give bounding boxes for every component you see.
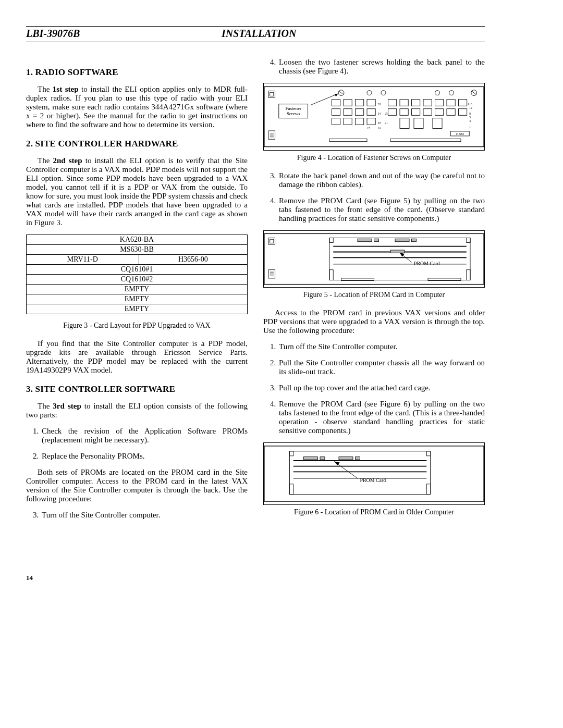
figure6-caption: Figure 6 - Location of PROM Card in Olde…	[263, 508, 485, 516]
list-item: Remove the PROM Card (see Figure 6) by p…	[278, 400, 485, 435]
svg-rect-27	[423, 100, 432, 106]
para-pdp-upgrade: If you find that the Site Controller com…	[26, 339, 248, 375]
svg-rect-2	[270, 92, 274, 96]
svg-rect-45	[367, 118, 375, 125]
svg-rect-84	[374, 239, 379, 241]
svg-text:13: 13	[469, 103, 472, 106]
table-row: EMPTY	[27, 304, 248, 314]
svg-text:21: 21	[385, 121, 388, 125]
svg-rect-75	[329, 270, 333, 280]
table-cell: H3656-00	[139, 255, 247, 265]
svg-rect-105	[339, 457, 353, 460]
svg-rect-43	[344, 118, 352, 125]
para-prom-access: Both sets of PROMs are located on the PR…	[26, 468, 248, 503]
table-row: KA620-BA	[27, 235, 248, 245]
svg-rect-29	[447, 100, 455, 106]
list-item: Pull up the top cover and the attached c…	[278, 384, 485, 392]
svg-rect-35	[388, 109, 397, 116]
svg-rect-78	[467, 238, 470, 243]
table-row: CQ1610#1	[27, 265, 248, 275]
svg-text:PROM Card: PROM Card	[414, 261, 440, 266]
list-item: Rotate the back panel down and out of th…	[278, 171, 485, 189]
list-item: Turn off the Site Controller computer.	[278, 342, 485, 351]
svg-rect-77	[329, 238, 333, 243]
right-column: Loosen the two fastener screws holding t…	[263, 58, 485, 527]
page-title: INSTALLATION	[222, 28, 296, 40]
svg-rect-22	[356, 100, 364, 106]
page-number: 14	[26, 574, 485, 582]
svg-text:5: 5	[469, 116, 471, 119]
list-item: Replace the Personality PROMs.	[41, 452, 248, 461]
list-two-parts: Check the revision of the Application So…	[38, 427, 248, 461]
svg-rect-44	[356, 118, 364, 125]
list-item: Check the revision of the Application So…	[41, 427, 248, 445]
svg-rect-63	[329, 139, 367, 141]
svg-text:Fastener: Fastener	[285, 106, 301, 111]
svg-rect-30	[459, 100, 467, 106]
table-row: EMPTY	[27, 294, 248, 304]
svg-text:PROM Card: PROM Card	[360, 477, 386, 483]
heading-sc-hardware: 2. SITE CONTROLLER HARDWARE	[26, 139, 248, 149]
svg-rect-74	[329, 238, 470, 280]
para-3rd-step: The 3rd step to install the ELI option c…	[26, 402, 248, 419]
figure3-caption: Figure 3 - Card Layout for PDP Upgraded …	[26, 322, 248, 330]
rule-under	[26, 42, 485, 42]
svg-rect-42	[332, 118, 340, 125]
figure6-diagram: PROM Card	[263, 442, 485, 505]
svg-rect-106	[356, 457, 360, 460]
svg-rect-48	[433, 118, 442, 129]
heading-sc-software: 3. SITE CONTROLLER SOFTWARE	[26, 384, 248, 394]
svg-line-8	[339, 91, 344, 95]
svg-text:1: 1	[469, 125, 471, 128]
table-row: MS630-BB	[27, 245, 248, 255]
svg-rect-37	[412, 109, 420, 116]
svg-rect-21	[344, 100, 352, 106]
svg-rect-32	[344, 109, 352, 116]
svg-point-17	[381, 91, 386, 95]
svg-text:17: 17	[367, 127, 370, 130]
table-row: EMPTY	[27, 285, 248, 294]
svg-rect-47	[414, 118, 423, 129]
svg-rect-25	[400, 100, 408, 106]
list-item: Pull the Site Controller computer chassi…	[278, 359, 485, 376]
left-column: 1. RADIO SOFTWARE The 1st step to instal…	[26, 58, 248, 527]
svg-rect-33	[356, 109, 364, 116]
svg-rect-24	[388, 100, 397, 106]
svg-text:12: 12	[469, 106, 472, 109]
table-row: CQ1610#2	[27, 275, 248, 285]
svg-rect-76	[467, 270, 470, 280]
svg-rect-97	[290, 451, 293, 456]
figure5-diagram: PROM Card	[263, 230, 485, 288]
svg-rect-26	[412, 100, 420, 106]
svg-rect-64	[390, 139, 461, 141]
para-sc-hw: The 2nd step to install the ELI option i…	[26, 156, 248, 227]
svg-rect-23	[367, 100, 375, 106]
svg-point-18	[435, 91, 440, 95]
table-cell: MRV11-D	[27, 255, 139, 265]
svg-text:24: 24	[378, 112, 381, 115]
para-radio: The 1st step to install the ELI option a…	[26, 85, 248, 129]
svg-text:9: 9	[468, 103, 470, 106]
svg-rect-85	[395, 239, 409, 241]
list-procedure-a-cont: Loosen the two fastener screws holding t…	[275, 58, 485, 76]
svg-text:16: 16	[378, 127, 381, 130]
list-procedure-b: Turn off the Site Controller computer. P…	[275, 342, 485, 435]
svg-rect-1	[268, 91, 275, 98]
svg-rect-95	[290, 484, 293, 495]
list-procedure-a: Turn off the Site Controller computer.	[38, 511, 248, 520]
svg-rect-20	[332, 100, 340, 106]
svg-text:25: 25	[385, 112, 388, 115]
svg-rect-28	[435, 100, 444, 106]
list-item: Loosen the two fastener screws holding t…	[278, 58, 485, 76]
svg-rect-86	[412, 239, 417, 241]
svg-rect-104	[320, 457, 325, 460]
svg-rect-103	[304, 457, 318, 460]
heading-radio-software: 1. RADIO SOFTWARE	[26, 67, 248, 78]
figure4-diagram: Fastener Screws	[263, 83, 485, 151]
svg-rect-38	[423, 109, 432, 116]
svg-rect-96	[426, 484, 430, 495]
list-item: Turn off the Site Controller computer.	[41, 511, 248, 520]
svg-rect-69	[270, 239, 274, 243]
svg-text:O SM: O SM	[456, 132, 464, 135]
svg-text:28: 28	[378, 103, 381, 106]
